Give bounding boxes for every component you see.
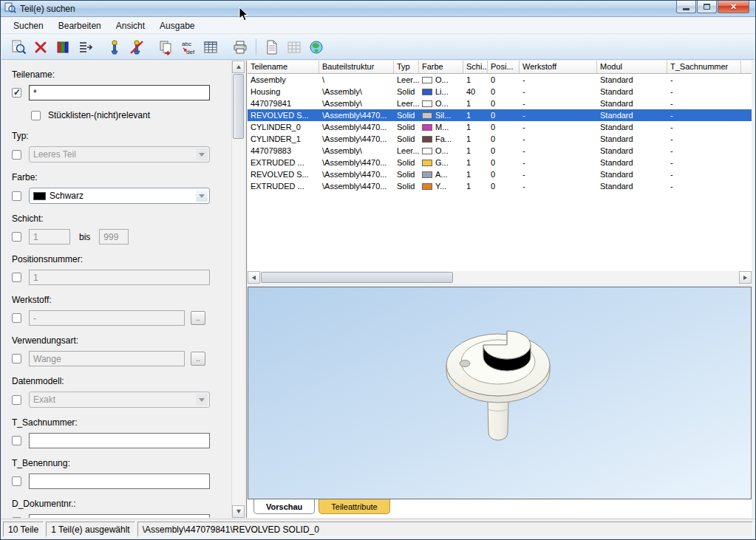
table-row[interactable]: CYLINDER_0 \Assembly\4470... Solid M... … xyxy=(248,121,752,133)
datenmodell-label: Datenmodell: xyxy=(12,376,227,386)
color-list-button[interactable] xyxy=(52,37,74,58)
positionsnummer-checkbox[interactable] xyxy=(12,273,21,282)
column-header-bauteilstruktur[interactable]: Bauteilstruktur xyxy=(319,61,394,73)
scrollbar-thumb[interactable] xyxy=(261,272,453,283)
maximize-button[interactable] xyxy=(697,1,717,13)
table-row-selected[interactable]: REVOLVED S... \Assembly\4470... Solid Si… xyxy=(248,109,752,121)
d-dokumentnr-input[interactable] xyxy=(29,514,210,518)
datenmodell-combobox[interactable]: Exakt xyxy=(29,392,210,408)
schicht-von-input[interactable] xyxy=(29,229,70,245)
typ-combobox[interactable]: Leeres Teil xyxy=(29,146,210,163)
document-button[interactable] xyxy=(261,37,283,58)
schicht-bis-input[interactable] xyxy=(99,229,129,245)
table-row[interactable]: EXTRUDED ... \Assembly\4470... Solid Y..… xyxy=(248,180,752,192)
werkstoff-input[interactable] xyxy=(29,310,185,326)
cell-werkstoff: - xyxy=(520,74,597,86)
column-header-schicht[interactable]: Schi... xyxy=(463,61,488,73)
positionsnummer-input[interactable] xyxy=(29,270,210,285)
t-benennung-checkbox[interactable] xyxy=(12,476,21,486)
werkstoff-checkbox[interactable] xyxy=(12,313,21,323)
scroll-down-button[interactable] xyxy=(232,505,245,518)
column-header-farbe[interactable]: Farbe xyxy=(419,61,463,73)
teilename-checkbox[interactable] xyxy=(12,88,21,98)
preview-3d-viewport[interactable] xyxy=(248,287,752,499)
table-row[interactable]: Housing \Assembly\ Solid Li... 40 0 - St… xyxy=(248,86,752,98)
cell-modul: Standard xyxy=(597,109,667,121)
pin-button[interactable] xyxy=(103,37,126,58)
cell-farbe-label: Li... xyxy=(435,86,449,98)
t-sachnummer-input[interactable] xyxy=(29,433,210,448)
table-row[interactable]: Assembly \ Leer... O... 1 0 - Standard - xyxy=(248,74,752,86)
table-row[interactable]: 447079841 \Assembly\ Leer... O... 1 0 - … xyxy=(248,98,752,109)
copy-attributes-button[interactable] xyxy=(155,37,177,58)
tab-teileattribute[interactable]: Teileattribute xyxy=(319,499,389,514)
table-row[interactable]: EXTRUDED ... \Assembly\4470... Solid G..… xyxy=(248,157,752,168)
t-benennung-input[interactable] xyxy=(29,474,210,489)
pin-off-button[interactable] xyxy=(126,37,148,58)
column-header-position[interactable]: Posi... xyxy=(488,61,520,73)
verwendungsart-checkbox[interactable] xyxy=(12,354,21,363)
preview-pane: Vorschau Teileattribute xyxy=(248,287,752,518)
menu-ansicht[interactable]: Ansicht xyxy=(109,18,152,33)
menu-bearbeiten[interactable]: Bearbeiten xyxy=(51,18,109,33)
cell-t-sachnummer: - xyxy=(667,133,741,145)
typ-checkbox[interactable] xyxy=(12,150,21,160)
verwendungsart-input[interactable] xyxy=(29,351,185,366)
tab-vorschau[interactable]: Vorschau xyxy=(253,499,315,514)
scroll-up-button[interactable] xyxy=(232,61,245,73)
werkstoff-browse-button[interactable]: .. xyxy=(191,311,205,325)
farbe-combobox[interactable]: Schwarz xyxy=(29,188,210,204)
schicht-checkbox[interactable] xyxy=(12,232,21,242)
table-header: Teilename Bauteilstruktur Typ Farbe Schi… xyxy=(248,61,752,74)
datenmodell-checkbox[interactable] xyxy=(12,395,21,405)
export-list-button[interactable] xyxy=(74,37,96,58)
cell-farbe: Sil... xyxy=(419,109,463,121)
bis-label: bis xyxy=(79,232,90,242)
menu-ausgabe[interactable]: Ausgabe xyxy=(152,18,202,33)
teilename-input[interactable] xyxy=(29,85,210,100)
farbe-value: Schwarz xyxy=(50,191,84,201)
filter-panel-scrollbar[interactable] xyxy=(231,61,244,518)
print-button[interactable] xyxy=(229,37,251,58)
table-hscrollbar[interactable] xyxy=(248,271,752,284)
minimize-button[interactable] xyxy=(676,1,696,13)
panel-splitter[interactable] xyxy=(246,61,247,518)
cell-position: 0 xyxy=(488,74,520,86)
t-sachnummer-checkbox[interactable] xyxy=(12,436,21,445)
cell-farbe: G... xyxy=(419,157,463,168)
farbe-checkbox[interactable] xyxy=(12,191,21,201)
scroll-right-button[interactable] xyxy=(739,271,752,284)
cell-modul: Standard xyxy=(597,180,667,192)
scrollbar-thumb[interactable] xyxy=(233,74,244,139)
column-header-modul[interactable]: Modul xyxy=(597,61,667,73)
table-row[interactable]: 447079883 \Assembly\ Leer... O... 1 0 - … xyxy=(248,145,752,157)
column-header-teilename[interactable]: Teilename xyxy=(248,61,319,73)
cell-bauteilstruktur: \Assembly\4470... xyxy=(319,157,394,168)
menu-suchen[interactable]: Suchen xyxy=(6,18,51,33)
table-row[interactable]: REVOLVED S... \Assembly\4470... Solid A.… xyxy=(248,168,752,180)
verwendungsart-browse-button[interactable]: .. xyxy=(191,352,205,366)
cell-position: 0 xyxy=(488,157,520,168)
delete-button[interactable] xyxy=(30,37,52,58)
globe-button[interactable] xyxy=(305,37,327,58)
scroll-left-button[interactable] xyxy=(248,271,260,284)
abc-def-icon: abc def xyxy=(180,39,197,55)
title-bar[interactable]: Teil(e) suchen ✕ xyxy=(1,1,755,17)
cell-werkstoff: - xyxy=(520,145,597,157)
search-parts-button[interactable] xyxy=(7,37,30,58)
column-header-typ[interactable]: Typ xyxy=(394,61,419,73)
cell-farbe-label: Fa... xyxy=(435,133,452,145)
rename-button[interactable]: abc def xyxy=(177,37,200,58)
table-row[interactable]: CYLINDER_1 \Assembly\4470... Solid Fa...… xyxy=(248,133,752,145)
close-button[interactable]: ✕ xyxy=(718,1,749,13)
cell-werkstoff: - xyxy=(520,157,597,168)
column-header-werkstoff[interactable]: Werkstoff xyxy=(520,61,597,73)
stuecklisten-checkbox[interactable] xyxy=(31,111,41,120)
column-header-t-sachnummer[interactable]: T_Sachnummer xyxy=(667,61,741,73)
cell-werkstoff: - xyxy=(520,121,597,133)
cell-bauteilstruktur: \Assembly\4470... xyxy=(319,109,394,121)
attribute-table-button[interactable] xyxy=(200,37,222,58)
d-dokumentnr-checkbox[interactable] xyxy=(12,517,21,518)
cell-t-sachnummer: - xyxy=(667,109,741,121)
spreadsheet-button[interactable] xyxy=(283,37,305,58)
